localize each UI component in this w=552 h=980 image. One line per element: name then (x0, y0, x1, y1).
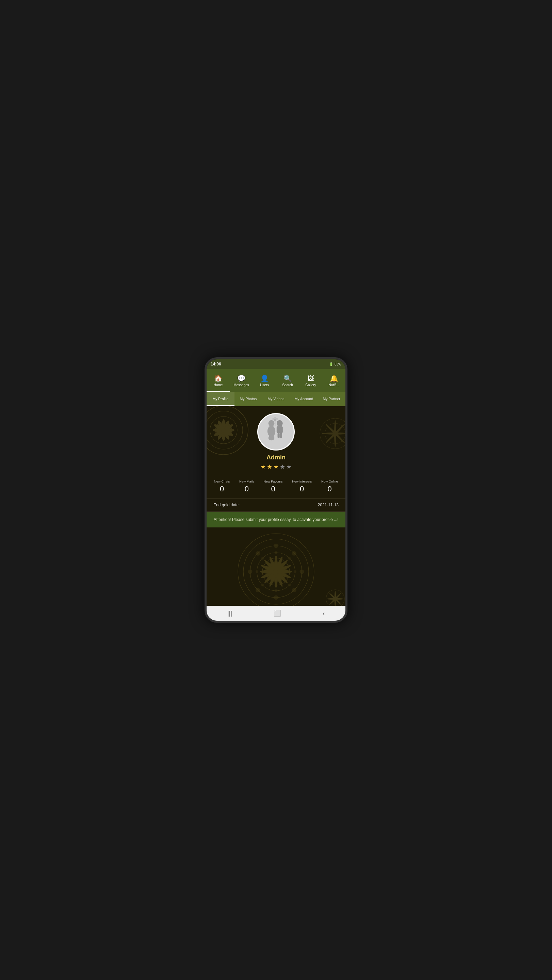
svg-point-73 (261, 557, 264, 560)
gold-date-value: 2021-11-13 (318, 503, 339, 508)
battery-percent: 63% (334, 363, 341, 366)
home-icon: 🏠 (214, 374, 223, 382)
home-button[interactable]: ⬜ (267, 607, 288, 620)
tab-label-my-photos: My Photos (240, 397, 257, 401)
svg-point-67 (288, 557, 291, 560)
nav-label-home: Home (214, 383, 223, 387)
nav-item-notifi[interactable]: 🔔 Notifi... (322, 369, 345, 392)
profile-name: Admin (266, 454, 286, 461)
nav-item-users[interactable]: 👤 Users (253, 369, 276, 392)
star-rating: ★ ★ ★ ★ ★ (260, 463, 292, 471)
nav-bar: 🏠 Home 💬 Messages 👤 Users 🔍 Search 🖼 Gal… (207, 369, 345, 392)
svg-point-26 (277, 420, 283, 426)
tab-my-account[interactable]: My Account (290, 392, 318, 406)
svg-point-23 (269, 420, 275, 426)
stat-value-chats: 0 (220, 485, 224, 493)
stat-label-chats: New Chats (214, 479, 230, 483)
svg-point-63 (256, 588, 260, 592)
star-3: ★ (273, 463, 279, 471)
svg-point-31 (274, 417, 276, 419)
status-time: 14:06 (211, 362, 221, 366)
messages-icon: 💬 (237, 374, 246, 382)
stat-value-interests: 0 (300, 485, 304, 493)
gold-date-row: End gold date: 2021-11-13 (207, 498, 345, 512)
status-icons: 🔋 63% (329, 363, 341, 366)
gold-date-label: End gold date: (213, 503, 240, 508)
tab-label-my-partner: My Partner (323, 397, 340, 401)
avatar[interactable] (257, 413, 295, 450)
svg-rect-28 (278, 433, 280, 438)
stat-new-interests[interactable]: New Interests 0 (292, 479, 312, 493)
bottom-nav: ||| ⬜ ‹ (207, 606, 345, 620)
svg-point-64 (248, 570, 253, 574)
tab-label-my-account: My Account (294, 397, 313, 401)
mandala-center-large (235, 531, 317, 606)
star-5: ★ (286, 463, 292, 471)
profile-section: Admin ★ ★ ★ ★ ★ (207, 406, 345, 475)
svg-point-71 (261, 584, 264, 586)
nav-label-messages: Messages (234, 383, 249, 387)
nav-item-home[interactable]: 🏠 Home (207, 369, 230, 392)
stat-label-favours: New Favours (264, 479, 283, 483)
tab-label-my-profile: My Profile (212, 397, 228, 401)
lower-section (207, 527, 345, 606)
gallery-icon: 🖼 (307, 375, 314, 382)
nav-label-notifi: Notifi... (328, 383, 339, 387)
back-button[interactable]: ‹ (316, 607, 331, 620)
stat-new-favours[interactable]: New Favours 0 (264, 479, 283, 493)
star-1: ★ (260, 463, 266, 471)
stats-row: New Chats 0 New Mails 0 New Favours 0 Ne… (207, 475, 345, 498)
svg-point-70 (275, 589, 277, 592)
tab-my-photos[interactable]: My Photos (234, 392, 262, 406)
svg-point-69 (288, 584, 291, 586)
status-bar: 14:06 🔋 63% (207, 360, 345, 369)
svg-point-25 (269, 436, 275, 440)
notification-icon: 🔔 (330, 374, 338, 382)
svg-point-65 (256, 551, 260, 556)
svg-point-58 (274, 544, 278, 548)
phone-inner: 14:06 🔋 63% 🏠 Home 💬 Messages 👤 Users 🔍 (207, 360, 345, 620)
star-2: ★ (267, 463, 272, 471)
stat-new-chats[interactable]: New Chats 0 (214, 479, 230, 493)
svg-rect-29 (280, 433, 282, 438)
svg-point-60 (300, 570, 304, 574)
svg-point-66 (275, 551, 277, 554)
nav-item-search[interactable]: 🔍 Search (276, 369, 299, 392)
back-icon: ‹ (323, 610, 325, 617)
stat-new-mails[interactable]: New Mails 0 (239, 479, 254, 493)
svg-point-30 (274, 419, 276, 421)
alert-text: Attention! Please submit your profile es… (213, 517, 339, 523)
recent-apps-icon: ||| (227, 610, 232, 617)
stat-label-interests: New Interests (292, 479, 312, 483)
stat-value-mails: 0 (245, 485, 249, 493)
stat-label-online: Now Online (321, 479, 338, 483)
nav-item-gallery[interactable]: 🖼 Gallery (299, 369, 322, 392)
stat-now-online[interactable]: Now Online 0 (321, 479, 338, 493)
svg-point-32 (276, 418, 278, 420)
tab-bar: My Profile My Photos My Videos My Accoun… (207, 392, 345, 406)
star-4: ★ (280, 463, 285, 471)
stat-value-online: 0 (328, 485, 331, 493)
svg-point-68 (294, 570, 296, 573)
nav-label-users: Users (260, 383, 269, 387)
home-hardware-icon: ⬜ (274, 610, 281, 617)
tab-my-partner[interactable]: My Partner (318, 392, 345, 406)
recent-apps-button[interactable]: ||| (221, 607, 239, 620)
tab-label-my-videos: My Videos (268, 397, 285, 401)
tab-my-videos[interactable]: My Videos (262, 392, 290, 406)
svg-point-59 (292, 551, 296, 556)
stat-value-favours: 0 (271, 485, 275, 493)
svg-point-62 (274, 595, 278, 600)
phone-frame: 14:06 🔋 63% 🏠 Home 💬 Messages 👤 Users 🔍 (205, 357, 347, 623)
tab-my-profile[interactable]: My Profile (207, 392, 234, 406)
alert-banner: Attention! Please submit your profile es… (207, 512, 345, 527)
stat-label-mails: New Mails (239, 479, 254, 483)
nav-item-messages[interactable]: 💬 Messages (230, 369, 253, 392)
svg-point-72 (256, 570, 258, 573)
main-content: Admin ★ ★ ★ ★ ★ New Chats 0 New Mails 0 (207, 406, 345, 606)
svg-point-61 (292, 588, 296, 592)
avatar-image (261, 417, 291, 447)
battery-icon: 🔋 (329, 363, 333, 366)
search-icon: 🔍 (283, 374, 292, 382)
nav-label-search: Search (282, 383, 293, 387)
